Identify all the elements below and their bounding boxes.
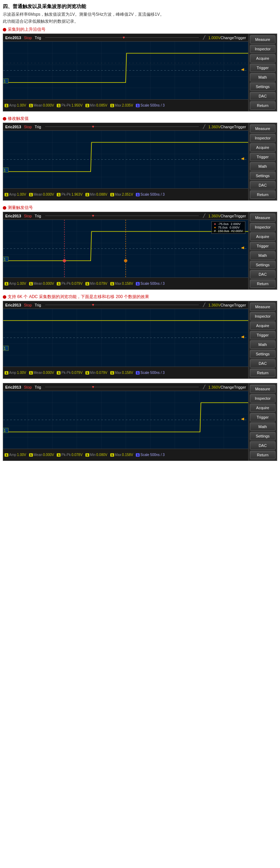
trig-2: Trig	[35, 125, 41, 129]
osc-sidebar-4: Measure Inspector Acquire Trigger Math S…	[248, 301, 277, 378]
acquire-btn-4[interactable]: Acquire	[250, 321, 275, 330]
trigger-btn-1[interactable]: Trigger	[250, 64, 275, 72]
svg-text:1: 1	[4, 168, 6, 172]
trig-arrow-1: ▼	[122, 36, 126, 39]
svg-text:◄: ◄	[240, 334, 245, 339]
settings-btn-3[interactable]: Settings	[250, 261, 275, 269]
return-btn-5[interactable]: Return	[250, 451, 275, 459]
measure-btn-4[interactable]: Measure	[250, 303, 275, 311]
math-btn-1[interactable]: Math	[250, 73, 275, 81]
inspector-btn-3[interactable]: Inspector	[250, 223, 275, 231]
trigger-btn-2[interactable]: Trigger	[250, 153, 275, 161]
measure-btn-5[interactable]: Measure	[250, 385, 275, 393]
osc-screen-5: ◄ 1	[3, 391, 248, 449]
osc-sidebar-2: Measure Inspector Acquire Trigger Math S…	[248, 123, 277, 200]
osc-main-3: Eric2013 Stop Trig ▼ ╱ 1.360V ChangeTrig…	[3, 212, 248, 289]
inspector-btn-1[interactable]: Inspector	[250, 45, 275, 53]
dac-btn-2[interactable]: DAC	[250, 181, 275, 189]
svg-text:1: 1	[4, 79, 6, 83]
osc-footer-5: 1 Amp 1.00V 1 Mean 0.000V 1 Pk-Pk 0.078V…	[3, 449, 248, 461]
changetrig-4: ChangeTrigger	[220, 303, 246, 307]
osc-sidebar-1: Measure Inspector Acquire Trigger Math S…	[248, 34, 277, 111]
settings-btn-2[interactable]: Settings	[250, 172, 275, 180]
trig-arrow-4: ▼	[91, 303, 95, 307]
return-btn-3[interactable]: Return	[250, 280, 275, 288]
settings-btn-4[interactable]: Settings	[250, 350, 275, 358]
inspector-btn-4[interactable]: Inspector	[250, 312, 275, 320]
svg-point-19	[124, 259, 127, 262]
svg-text:◄: ◄	[240, 416, 245, 421]
osc-footer-4: 1 Amp 1.00V 1 Mean 0.000V 1 Pk-Pk 0.079V…	[3, 367, 248, 378]
measure-btn-2[interactable]: Measure	[250, 124, 275, 133]
bullet-3: 测量触发信号	[3, 205, 277, 211]
trigger-btn-3[interactable]: Trigger	[250, 242, 275, 250]
acquire-btn-3[interactable]: Acquire	[250, 232, 275, 241]
osc-screen-2: ◄ 1	[3, 131, 248, 188]
svg-text:1: 1	[4, 429, 6, 433]
osc-screen-4: ◄ 1	[3, 309, 248, 367]
trig-arrow-5: ▼	[91, 385, 95, 389]
math-btn-5[interactable]: Math	[250, 422, 275, 431]
trig-3: Trig	[35, 214, 41, 218]
inspector-btn-5[interactable]: Inspector	[250, 394, 275, 403]
osc-main-1: Eric2013 Stop Trig ▼ ╱ 1.000V ChangeTrig…	[3, 34, 248, 111]
osc-header-2: Eric2013 Stop Trig ▼ ╱ 1.360V ChangeTrig…	[3, 123, 248, 131]
brand-2: Eric2013	[5, 125, 21, 129]
changetrig-3: ChangeTrigger	[220, 214, 246, 218]
measure-btn-3[interactable]: Measure	[250, 214, 275, 222]
stop-2: Stop	[24, 125, 32, 129]
trig-arrow-2: ▼	[91, 125, 95, 129]
dac-btn-5[interactable]: DAC	[250, 441, 275, 450]
math-btn-4[interactable]: Math	[250, 340, 275, 349]
svg-text:1: 1	[4, 258, 6, 261]
changetrig-5: ChangeTrigger	[220, 385, 246, 389]
osc-header-1: Eric2013 Stop Trig ▼ ╱ 1.000V ChangeTrig…	[3, 34, 248, 42]
trig-4: Trig	[35, 303, 41, 307]
osc-footer-3: 1 Amp 1.00V 1 Mean 0.000V 1 Pk-Pk 0.079V…	[3, 277, 248, 289]
svg-point-18	[63, 259, 66, 262]
acquire-btn-2[interactable]: Acquire	[250, 143, 275, 152]
return-btn-4[interactable]: Return	[250, 369, 275, 377]
brand-5: Eric2013	[5, 385, 21, 389]
trigger-btn-5[interactable]: Trigger	[250, 413, 275, 421]
bullet-1: 采集到的上升沿信号	[3, 27, 277, 32]
acquire-btn-1[interactable]: Acquire	[250, 54, 275, 63]
settings-btn-1[interactable]: Settings	[250, 82, 275, 91]
svg-text:1: 1	[4, 347, 6, 350]
trigger-line-4: ▼	[45, 305, 199, 305]
osc-main-5: Eric2013 Stop Trig ▼ ╱ 1.360V ChangeTrig…	[3, 383, 248, 461]
bullet-2: 修改触发值	[3, 116, 277, 122]
measure-btn-1[interactable]: Measure	[250, 35, 275, 44]
osc-panel-2: Eric2013 Stop Trig ▼ ╱ 1.360V ChangeTrig…	[3, 123, 277, 201]
brand-1: Eric2013	[5, 36, 21, 40]
osc-footer-1: 1 Amp 1.00V 1 Mean 0.000V 1 Pk-Pk 1.950V…	[3, 99, 248, 111]
osc-screen-1: ◄ 1	[3, 42, 248, 99]
acquire-btn-5[interactable]: Acquire	[250, 404, 275, 412]
changetrig-2: ChangeTrigger	[220, 125, 246, 129]
inspector-overlay-3: ● -75.0us 2.000V ● 75.0us 0.000V # 150.0…	[211, 221, 245, 234]
osc-header-4: Eric2013 Stop Trig ▼ ╱ 1.360V ChangeTrig…	[3, 301, 248, 309]
osc-footer-2: 1 Amp 1.00V 1 Mean 0.000V 1 Pk-Pk 1.963V…	[3, 188, 248, 200]
svg-text:◄: ◄	[240, 245, 245, 250]
inspector-btn-2[interactable]: Inspector	[250, 134, 275, 142]
desc1: 示波器采样率6Msps，触发值设置为1V。测量信号5Hz方波，峰峰值2V，直流偏…	[3, 11, 277, 17]
svg-text:◄: ◄	[240, 155, 245, 161]
voltage-2: 1.360V	[208, 125, 220, 129]
bullet-dot-1	[3, 28, 6, 31]
math-btn-2[interactable]: Math	[250, 162, 275, 171]
changetrig-1: ChangeTrigger	[220, 36, 246, 40]
stop-1: Stop	[24, 36, 32, 40]
dac-btn-1[interactable]: DAC	[250, 92, 275, 100]
stop-3: Stop	[24, 214, 32, 218]
osc-panel-1: Eric2013 Stop Trig ▼ ╱ 1.000V ChangeTrig…	[3, 34, 277, 111]
trigger-line-5: ▼	[45, 387, 199, 387]
dac-btn-3[interactable]: DAC	[250, 270, 275, 279]
return-btn-1[interactable]: Return	[250, 101, 275, 110]
voltage-3: 1.360V	[208, 214, 220, 218]
dac-btn-4[interactable]: DAC	[250, 359, 275, 368]
settings-btn-5[interactable]: Settings	[250, 432, 275, 440]
trigger-btn-4[interactable]: Trigger	[250, 331, 275, 339]
math-btn-3[interactable]: Math	[250, 251, 275, 260]
voltage-4: 1.360V	[208, 303, 220, 307]
return-btn-2[interactable]: Return	[250, 190, 275, 199]
